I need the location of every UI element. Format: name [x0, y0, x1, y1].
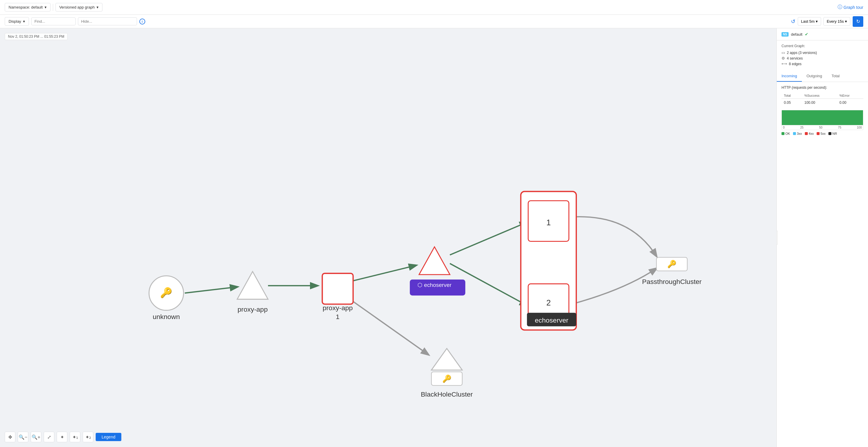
top-toolbar: Namespace: default ▾ Versioned app graph…: [0, 0, 868, 15]
metrics-row: 0.05 100.00 0.00: [781, 99, 863, 107]
edge-unknown-proxy: [185, 287, 237, 293]
legend-4xx-label: 4xx: [809, 132, 814, 135]
chart-bars: [782, 110, 863, 125]
chart-legend: OK 3xx 4xx 5xx NR: [781, 132, 863, 135]
legend-nr: NR: [829, 132, 837, 135]
label-proxy-app-1b: 1: [336, 313, 340, 320]
toolbar-divider: [53, 4, 53, 11]
val-success: 100.00: [802, 99, 837, 107]
axis-50: 50: [819, 126, 822, 129]
find-input[interactable]: [31, 18, 75, 25]
edges-stat: ⟷ 8 edges: [781, 62, 863, 66]
namespace-label: Namespace: default: [8, 5, 43, 9]
apps-icon: ▭: [781, 50, 785, 55]
legend-ok-label: OK: [785, 132, 790, 135]
label-proxy-app: proxy-app: [238, 306, 268, 313]
chart-container: 0 25 50 75 100: [781, 110, 863, 130]
node-proxy-app-1[interactable]: [322, 273, 353, 304]
zoom-in-button[interactable]: 🔍+: [31, 432, 41, 442]
second-toolbar: Display ▾ i ↺ Last 5m ▾ Every 15s ▾ ↻: [0, 15, 868, 28]
refresh-icon: ↻: [856, 19, 860, 24]
label-echoserver-vs-icon: ⬡ echoserver: [417, 282, 452, 288]
namespace-name: default: [791, 32, 802, 37]
fit-view-button[interactable]: ⤢: [44, 432, 54, 442]
graph-type-label: Versioned app graph: [59, 5, 95, 9]
legend-nr-dot: [829, 132, 831, 135]
zoom-out-button[interactable]: 🔍−: [18, 432, 28, 442]
graph-tour-label: Graph tour: [843, 5, 863, 10]
label-passthrough: PassthroughCluster: [642, 278, 702, 285]
time-range-dropdown[interactable]: Last 5m ▾: [798, 17, 821, 26]
services-icon: ⚙: [781, 56, 785, 61]
metrics-table: Total %Success %Error 0.05 100.00 0.00: [781, 93, 863, 106]
val-error: 0.00: [837, 99, 863, 107]
chevron-down-icon-2: ▾: [97, 5, 99, 9]
label-echo-1: 1: [546, 218, 551, 227]
history-icon: ↺: [791, 18, 795, 25]
apps-label: 2 apps (3 versions): [787, 51, 817, 55]
chevron-down-icon-5: ▾: [845, 19, 847, 24]
legend-3xx-dot: [793, 132, 796, 135]
main-layout: Nov 2, 01:50:23 PM ... 01:55:23 PM: [0, 28, 868, 447]
ns-badge: NS: [781, 32, 788, 37]
graph-all-button[interactable]: ✦: [57, 432, 67, 442]
axis-0: 0: [783, 126, 785, 129]
graph-type-dropdown[interactable]: Versioned app graph ▾: [56, 3, 102, 11]
axis-100: 100: [857, 126, 862, 129]
node-echoserver-vs-triangle[interactable]: [419, 247, 450, 275]
col-error: %Error: [837, 93, 863, 99]
label-proxy-app-1: proxy-app: [323, 304, 353, 312]
graph-area[interactable]: Nov 2, 01:50:23 PM ... 01:55:23 PM: [0, 28, 776, 447]
node-blackhole-triangle[interactable]: [431, 348, 462, 370]
tab-total[interactable]: Total: [827, 71, 844, 82]
label-blackhole: BlackHoleCluster: [421, 390, 473, 398]
interval-dropdown[interactable]: Every 15s ▾: [824, 17, 850, 26]
timestamp-label: Nov 2, 01:50:23 PM ... 01:55:23 PM: [5, 33, 68, 40]
legend-5xx: 5xx: [817, 132, 826, 135]
help-circle-icon: ⓘ: [838, 4, 842, 10]
graph-tour-button[interactable]: ⓘ Graph tour: [838, 4, 863, 10]
bottom-toolbar: ✥ 🔍− 🔍+ ⤢ ✦ ✦₁ ✦₂ Legend: [5, 432, 121, 442]
legend-ok-dot: [781, 132, 784, 135]
node-proxy-app[interactable]: [237, 272, 268, 299]
graph-2-button[interactable]: ✦₂: [83, 432, 93, 442]
move-tool-button[interactable]: ✥: [5, 432, 16, 442]
label-echoserver-dark: echoserver: [535, 316, 569, 324]
hide-input[interactable]: [78, 18, 137, 25]
time-range-label: Last 5m: [801, 19, 814, 24]
axis-75: 75: [838, 126, 841, 129]
edge-proxyapp1-vs: [353, 265, 416, 281]
tab-outgoing[interactable]: Outgoing: [802, 71, 827, 82]
info-icon[interactable]: i: [140, 19, 145, 25]
legend-4xx-dot: [805, 132, 808, 135]
tab-incoming[interactable]: Incoming: [777, 71, 802, 82]
axis-25: 25: [800, 126, 803, 129]
legend-3xx-label: 3xx: [797, 132, 802, 135]
edges-icon: ⟷: [781, 62, 787, 66]
col-total: Total: [781, 93, 802, 99]
apps-stat: ▭ 2 apps (3 versions): [781, 50, 863, 55]
node-passthrough-key: 🔑: [667, 260, 677, 269]
namespace-dropdown[interactable]: Namespace: default ▾: [5, 3, 51, 11]
edge-proxy-blackhole: [348, 298, 428, 355]
legend-3xx: 3xx: [793, 132, 802, 135]
right-panel: » Hide NS default ✔ Current Graph: ▭ 2 a…: [776, 28, 868, 447]
hide-panel-button[interactable]: » Hide: [776, 231, 778, 245]
col-success: %Success: [802, 93, 837, 99]
graph-1-button[interactable]: ✦₁: [70, 432, 80, 442]
chevron-down-icon-3: ▾: [23, 19, 25, 24]
display-dropdown[interactable]: Display ▾: [5, 17, 29, 26]
label-echo-2: 2: [546, 298, 551, 307]
legend-4xx: 4xx: [805, 132, 814, 135]
chart-axis: 0 25 50 75 100: [782, 125, 863, 130]
legend-ok: OK: [781, 132, 790, 135]
graph-summary-title: Current Graph:: [781, 44, 863, 48]
panel-header: NS default ✔: [777, 28, 868, 40]
label-unknown: unknown: [153, 313, 180, 320]
refresh-button[interactable]: ↻: [852, 16, 863, 27]
legend-nr-label: NR: [832, 132, 837, 135]
val-total: 0.05: [781, 99, 802, 107]
chevron-down-icon: ▾: [44, 5, 46, 9]
node-blackhole-key: 🔑: [442, 374, 452, 383]
legend-button[interactable]: Legend: [96, 433, 121, 441]
